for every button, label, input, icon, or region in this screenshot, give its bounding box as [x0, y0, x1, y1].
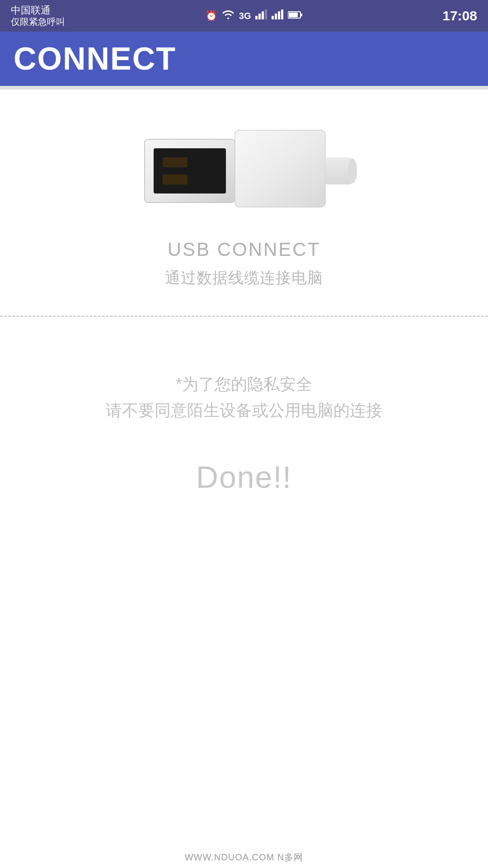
svg-point-17	[348, 158, 357, 184]
status-bar-right: 17:08	[442, 8, 477, 24]
battery-icon	[288, 10, 302, 22]
privacy-warning: *为了您的隐私安全请不要同意陌生设备或公用电脑的连接	[106, 371, 382, 423]
signal-icon-1	[255, 9, 267, 22]
status-bar: 中国联通 仅限紧急呼叫 ⏰ 3G	[0, 0, 488, 32]
svg-rect-7	[281, 9, 283, 19]
app-title: CONNECT	[14, 41, 176, 77]
status-bar-center: ⏰ 3G	[205, 9, 303, 22]
alarm-icon: ⏰	[205, 10, 217, 22]
wifi-icon	[222, 9, 235, 22]
svg-rect-10	[301, 14, 302, 16]
usb-illustration	[131, 126, 357, 216]
svg-rect-15	[235, 130, 325, 207]
svg-rect-3	[265, 9, 267, 19]
svg-rect-6	[278, 11, 280, 19]
svg-rect-14	[163, 175, 188, 184]
3g-icon: 3G	[239, 11, 251, 21]
watermark: WWW.NDUOA.COM N多网	[185, 851, 304, 863]
carrier-name: 中国联通	[11, 5, 65, 16]
usb-section: USB CONNECT 通过数据线缆连接电脑	[0, 90, 488, 316]
header-separator	[0, 86, 488, 90]
done-label: Done!!	[196, 459, 292, 495]
svg-rect-9	[289, 13, 298, 17]
main-content: USB CONNECT 通过数据线缆连接电脑 *为了您的隐私安全请不要同意陌生设…	[0, 90, 488, 522]
usb-label: USB CONNECT	[168, 239, 321, 260]
status-bar-left: 中国联通 仅限紧急呼叫	[11, 5, 65, 27]
app-header: CONNECT	[0, 32, 488, 86]
svg-rect-13	[163, 157, 188, 167]
svg-rect-1	[258, 14, 261, 19]
svg-rect-12	[154, 148, 226, 193]
svg-rect-2	[262, 11, 264, 19]
bottom-section: *为了您的隐私安全请不要同意陌生设备或公用电脑的连接 Done!!	[0, 317, 488, 522]
svg-rect-4	[272, 16, 274, 19]
svg-rect-5	[275, 14, 277, 19]
usb-description: 通过数据线缆连接电脑	[165, 268, 323, 288]
status-time: 17:08	[442, 8, 477, 24]
svg-rect-0	[255, 16, 258, 19]
signal-icon-2	[272, 9, 283, 22]
emergency-text: 仅限紧急呼叫	[11, 16, 65, 27]
